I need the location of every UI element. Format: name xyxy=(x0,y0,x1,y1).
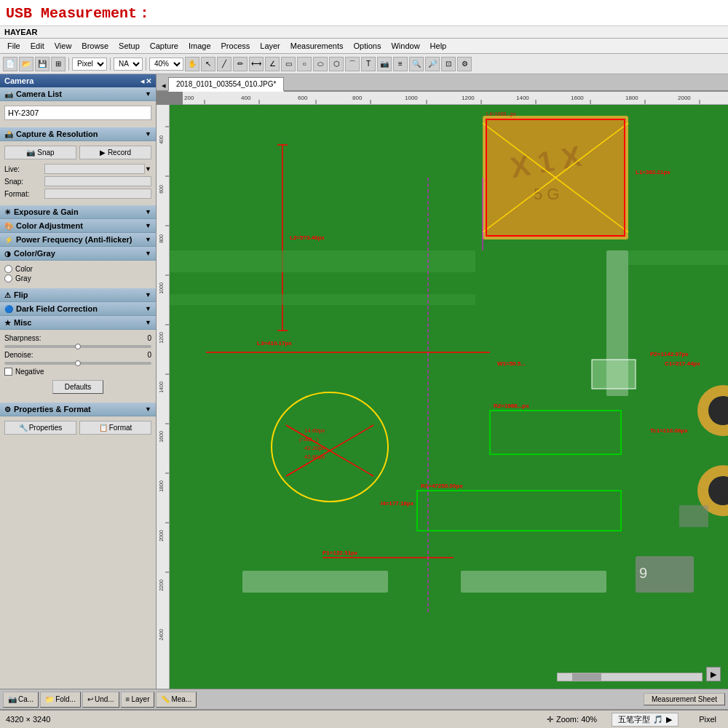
menu-item-options[interactable]: Options xyxy=(349,40,386,52)
ime-indicator[interactable]: 五笔字型 🎵 ▶ xyxy=(612,713,678,727)
menu-item-measurements[interactable]: Measurements xyxy=(286,40,348,52)
dark-field-label: Dark Field Correction xyxy=(16,304,98,313)
panel-header[interactable]: Camera ◂ ✕ xyxy=(0,74,156,87)
toolbar-open[interactable]: 📂 xyxy=(19,57,33,71)
flip-arrow: ▼ xyxy=(145,291,151,298)
toolbar-circle[interactable]: ○ xyxy=(297,57,312,71)
power-header[interactable]: ⚡ Power Frequency (Anti-flicker) ▼ xyxy=(0,233,156,247)
format-icon: 📋 xyxy=(99,424,108,432)
misc-header[interactable]: ★ Misc ▼ xyxy=(0,316,156,330)
dark-field-arrow: ▼ xyxy=(145,305,151,312)
flip-header[interactable]: ⚠ Flip ▼ xyxy=(0,288,156,302)
taskbar-layer[interactable]: ≡ Layer xyxy=(121,692,155,708)
toolbar-arrow[interactable]: ↖ xyxy=(201,57,215,71)
sharpness-thumb[interactable] xyxy=(75,344,81,349)
toolbar-hand[interactable]: ✋ xyxy=(185,57,199,71)
na-select[interactable]: NA xyxy=(114,58,143,71)
capture-header[interactable]: 📸 Capture & Resolution ▼ xyxy=(0,127,156,141)
toolbar-curve[interactable]: ⌒ xyxy=(345,57,360,71)
camera-name[interactable]: HY-2307 xyxy=(4,106,151,120)
svg-text:400: 400 xyxy=(159,135,164,144)
properties-label: Properties & Format xyxy=(14,405,91,414)
scroll-bar-bottom[interactable] xyxy=(557,673,703,681)
scroll-right[interactable]: ▶ xyxy=(706,667,721,681)
camera-list-header[interactable]: 📷 Camera List ▼ xyxy=(0,87,156,101)
format-label: Format: xyxy=(4,190,44,198)
menu-item-process[interactable]: Process xyxy=(217,40,255,52)
exposure-arrow: ▼ xyxy=(145,208,151,215)
color-gray-header[interactable]: ◑ Color/Gray ▼ xyxy=(0,247,156,261)
toolbar-zoom-out[interactable]: 🔎 xyxy=(425,57,440,71)
toolbar-pen[interactable]: ✏ xyxy=(233,57,248,71)
toolbar-text[interactable]: T xyxy=(361,57,376,71)
denoise-track[interactable] xyxy=(4,362,151,365)
menu-item-edit[interactable]: Edit xyxy=(26,40,49,52)
measurement-sheet-tab[interactable]: Measurement Sheet xyxy=(644,693,725,705)
toolbar-settings[interactable]: ⚙ xyxy=(457,57,472,71)
svg-text:L2=573.46px: L2=573.46px xyxy=(290,234,325,241)
image-tab[interactable]: 2018_0101_003554_010.JPG* xyxy=(168,77,284,92)
menu-item-view[interactable]: View xyxy=(50,40,76,52)
toolbar-grid[interactable]: ⊞ xyxy=(51,57,66,71)
defaults-button[interactable]: Defaults xyxy=(52,380,104,394)
toolbar-line[interactable]: ╱ xyxy=(217,57,232,71)
panel-pin-icon[interactable]: ◂ xyxy=(141,77,144,85)
toolbar-fit[interactable]: ⊡ xyxy=(441,57,456,71)
svg-rect-88 xyxy=(170,294,475,305)
menu-item-layer[interactable]: Layer xyxy=(256,40,285,52)
denoise-thumb[interactable] xyxy=(75,360,81,366)
sharpness-track[interactable] xyxy=(4,345,151,348)
color-radio[interactable] xyxy=(4,265,12,273)
panel-close-icon[interactable]: ✕ xyxy=(146,77,151,85)
toolbar-measure[interactable]: ⟷ xyxy=(249,57,264,71)
properties-header[interactable]: ⚙ Properties & Format ▼ xyxy=(0,403,156,416)
gray-radio[interactable] xyxy=(4,274,12,282)
toolbar-rect[interactable]: ▭ xyxy=(281,57,296,71)
toolbar-zoom-in[interactable]: 🔍 xyxy=(409,57,424,71)
panel-title: Camera xyxy=(4,76,33,85)
record-button[interactable]: ▶ Record xyxy=(79,146,151,159)
color-adj-label: Color Adjustment xyxy=(16,221,83,230)
color-adj-header[interactable]: 🎨 Color Adjustment ▼ xyxy=(0,219,156,233)
pixel-select[interactable]: Pixel xyxy=(72,58,107,71)
toolbar-save[interactable]: 💾 xyxy=(35,57,50,71)
taskbar-measure[interactable]: 📏 Mea... xyxy=(156,692,197,708)
image-viewport[interactable]: X 1 X 5 G L1=382.21px L4=1000...p xyxy=(170,105,728,689)
toolbar-new[interactable]: 📄 xyxy=(3,57,17,71)
menu-item-file[interactable]: File xyxy=(3,40,25,52)
toolbar-polygon[interactable]: ⬡ xyxy=(329,57,344,71)
dark-field-icon: 🔵 xyxy=(4,305,13,313)
gray-radio-label: Gray xyxy=(15,274,31,282)
exposure-header[interactable]: ☀ Exposure & Gain ▼ xyxy=(0,205,156,219)
toolbar-angle[interactable]: ∠ xyxy=(265,57,280,71)
zoom-select[interactable]: 40% xyxy=(149,58,183,71)
format-button[interactable]: 📋 Format xyxy=(79,421,151,435)
menu-item-browse[interactable]: Browse xyxy=(77,40,113,52)
svg-rect-97 xyxy=(592,360,636,389)
menu-item-image[interactable]: Image xyxy=(184,40,215,52)
svg-text:1600: 1600 xyxy=(159,431,164,443)
cursor-item: ✛ Zoom: 40% xyxy=(547,715,597,724)
snap-label: Snap xyxy=(37,149,54,157)
menu-item-setup[interactable]: Setup xyxy=(114,40,144,52)
toolbar-camera2[interactable]: 📷 xyxy=(377,57,392,71)
menu-item-window[interactable]: Window xyxy=(387,40,424,52)
taskbar-camera[interactable]: 📷 Ca... xyxy=(3,692,39,708)
taskbar-undo[interactable]: ↩ Und... xyxy=(82,692,119,708)
color-adj-icon: 🎨 xyxy=(4,222,13,230)
toolbar-layers[interactable]: ≡ xyxy=(393,57,408,71)
menu-item-capture[interactable]: Capture xyxy=(146,40,183,52)
snap-button[interactable]: 📷 Snap xyxy=(4,146,76,159)
dark-field-header[interactable]: 🔵 Dark Field Correction ▼ xyxy=(0,302,156,316)
menu-item-help[interactable]: Help xyxy=(426,40,451,52)
tab-scroll-left[interactable]: ◂ xyxy=(159,81,168,90)
camera-taskbar-label: Ca... xyxy=(18,695,33,703)
toolbar-ellipse[interactable]: ⬭ xyxy=(313,57,328,71)
ruler-top: 200 400 600 800 1000 1200 1400 1600 xyxy=(183,92,728,105)
properties-button[interactable]: 🔧 Properties xyxy=(4,421,76,435)
sharpness-row: Sharpness: 0 xyxy=(4,334,151,342)
negative-checkbox[interactable] xyxy=(4,368,12,376)
title-bar: USB Measurement： xyxy=(0,0,728,26)
svg-text:1400: 1400 xyxy=(516,95,529,101)
taskbar-folder[interactable]: 📁 Fold... xyxy=(40,692,81,708)
